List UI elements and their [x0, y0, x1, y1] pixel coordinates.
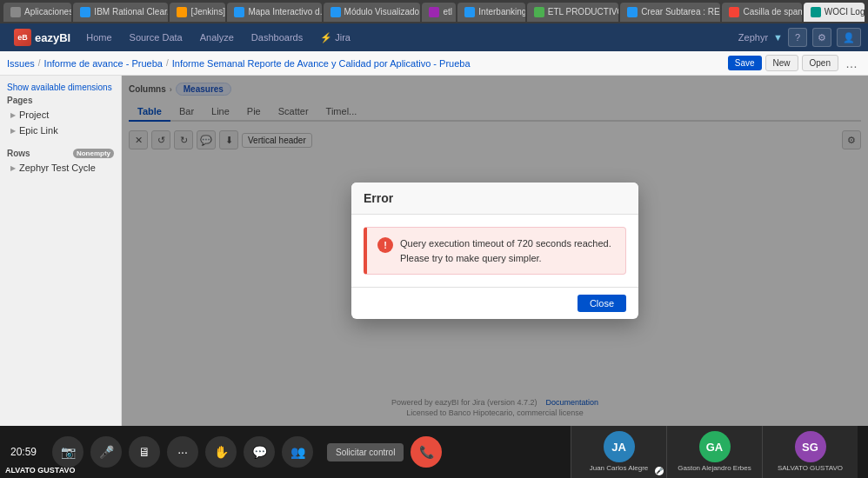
more-button[interactable]: …	[842, 56, 861, 70]
sidebar-item-project[interactable]: ▶ Project	[3, 107, 117, 123]
tab-favicon-etl-prod	[534, 7, 544, 17]
error-box: ! Query execution timeout of 720 seconds…	[364, 227, 626, 275]
breadcrumb-bar: Issues / Informe de avance - Prueba / In…	[0, 51, 868, 76]
arrow-icon: ▶	[10, 111, 16, 119]
error-icon: !	[377, 237, 393, 253]
video-chat-btn[interactable]: 💬	[244, 436, 275, 468]
tab-favicon-mapa	[234, 7, 244, 17]
participant-2: GA Gaston Alejandro Erbes	[666, 426, 762, 478]
eazybi-logo-icon: eB	[14, 29, 31, 46]
modal-header: Error	[351, 183, 638, 215]
participant-2-name: Gaston Alejandro Erbes	[678, 464, 751, 473]
new-button[interactable]: New	[765, 55, 798, 71]
sidebar-item-zephyr[interactable]: ▶ Zephyr Test Cycle	[3, 160, 117, 176]
tab-favicon-ibm	[80, 7, 90, 17]
rows-section-sidebar: Rows Nonempty ▶ Zephyr Test Cycle	[3, 147, 117, 176]
sidebar-item-epic-link[interactable]: ▶ Epic Link	[3, 123, 117, 138]
mic-icon-1: 🎤	[655, 467, 664, 475]
tab-etl-prod[interactable]: ETL PRODUCTIVO	[527, 3, 618, 22]
eazybi-logo: eB eazyBI	[7, 29, 77, 46]
modal-close-button[interactable]: Close	[578, 295, 626, 312]
help-icon[interactable]: ?	[788, 28, 807, 47]
tab-modulo[interactable]: Módulo Visualizado...	[324, 3, 421, 22]
modal-footer: Close	[351, 287, 638, 319]
save-btn-bar: Save New Open …	[728, 55, 861, 71]
rows-badge: Nonempty	[73, 149, 114, 158]
participant-1-name: Juan Carlos Alegre	[590, 464, 649, 473]
participant-1-avatar: JA	[604, 431, 635, 462]
modal-overlay: Error ! Query execution timeout of 720 s…	[122, 76, 868, 426]
error-modal: Error ! Query execution timeout of 720 s…	[351, 183, 638, 319]
solicitar-control-btn[interactable]: Solicitar control	[327, 443, 404, 461]
video-participants: JA Juan Carlos Alegre 🎤 GA Gaston Alejan…	[571, 426, 858, 478]
error-text: Query execution timeout of 720 seconds r…	[400, 236, 611, 265]
breadcrumb-report2[interactable]: Informe Semanal Reporte de Avance y Cali…	[172, 58, 471, 69]
tab-interbanking[interactable]: Interbanking	[457, 3, 524, 22]
tab-spam[interactable]: Casilla de spam	[722, 3, 801, 22]
video-more-btn[interactable]: ···	[167, 436, 198, 468]
tab-favicon-jenkins	[177, 7, 187, 17]
nav-jira[interactable]: ⚡ Jira	[311, 27, 359, 49]
tab-jenkins[interactable]: [Jenkins]	[170, 3, 225, 22]
user-avatar[interactable]: 👤	[837, 28, 861, 47]
video-people-btn[interactable]: 👥	[282, 436, 313, 468]
report-area: Columns › Measures Table Bar Line Pie Sc…	[122, 76, 868, 426]
tab-favicon-modulo	[331, 7, 341, 17]
tab-aplicaciones[interactable]: Aplicaciones	[3, 3, 71, 22]
tab-favicon-crear	[627, 7, 638, 17]
tab-woci[interactable]: WOCI Log	[804, 3, 865, 22]
end-call-btn[interactable]: 📞	[411, 436, 442, 468]
participant-3-avatar: SG	[795, 431, 826, 462]
nav-source-data[interactable]: Source Data	[121, 27, 191, 48]
nav-home[interactable]: Home	[77, 27, 120, 48]
pages-title: Pages	[3, 94, 117, 107]
tab-favicon	[10, 7, 21, 17]
tab-favicon-interbanking	[464, 7, 475, 17]
rows-title: Rows Nonempty	[3, 147, 117, 160]
main-layout: Show available dimensions Pages ▶ Projec…	[0, 76, 868, 426]
tab-favicon-etl	[429, 7, 439, 17]
breadcrumb-report1[interactable]: Informe de avance - Prueba	[44, 58, 163, 69]
browser-tabs: Aplicaciones IBM Rational Clear... [Jenk…	[0, 0, 868, 23]
video-bar: 20:59 📷 🎤 🖥 ··· ✋ 💬 👥 Solicitar control …	[0, 426, 868, 478]
video-timer: 20:59	[10, 446, 45, 458]
arrow-icon-zephyr: ▶	[10, 164, 16, 172]
video-hand-btn[interactable]: ✋	[205, 436, 237, 468]
pages-section: Pages ▶ Project ▶ Epic Link	[3, 94, 117, 138]
show-dimensions-link[interactable]: Show available dimensions	[3, 81, 117, 94]
video-camera-btn[interactable]: 📷	[52, 436, 83, 468]
tab-ibm[interactable]: IBM Rational Clear...	[73, 3, 168, 22]
tab-crear[interactable]: Crear Subtarea : RE...	[620, 3, 720, 22]
eazybi-right: Zephyr ▼ ? ⚙ 👤	[738, 28, 861, 47]
participant-3-name: SALVATO GUSTAVO	[778, 464, 843, 473]
nav-dashboards[interactable]: Dashboards	[243, 27, 311, 48]
nav-analyze[interactable]: Analyze	[191, 27, 243, 48]
video-mic-btn[interactable]: 🎤	[90, 436, 122, 468]
save-button[interactable]: Save	[728, 56, 762, 70]
video-screen-btn[interactable]: 🖥	[129, 436, 160, 468]
open-button[interactable]: Open	[802, 55, 838, 71]
tab-mapa[interactable]: Mapa Interactivo d...	[227, 3, 321, 22]
settings-icon[interactable]: ⚙	[812, 28, 831, 47]
arrow-icon-epic: ▶	[10, 127, 16, 135]
modal-body: ! Query execution timeout of 720 seconds…	[351, 215, 638, 287]
tab-favicon-woci	[811, 7, 821, 17]
breadcrumb-issues[interactable]: Issues	[7, 58, 35, 69]
tab-etl[interactable]: etl	[422, 3, 456, 22]
eazybi-bar: eB eazyBI Home Source Data Analyze Dashb…	[0, 23, 868, 51]
participant-1: JA Juan Carlos Alegre 🎤	[571, 426, 666, 478]
participant-2-avatar: GA	[699, 431, 731, 462]
tab-favicon-spam	[729, 7, 739, 17]
participant-3: SG SALVATO GUSTAVO	[762, 426, 858, 478]
name-overlay-text: ALVATO GUSTAVO	[5, 466, 76, 475]
sidebar: Show available dimensions Pages ▶ Projec…	[0, 76, 122, 426]
